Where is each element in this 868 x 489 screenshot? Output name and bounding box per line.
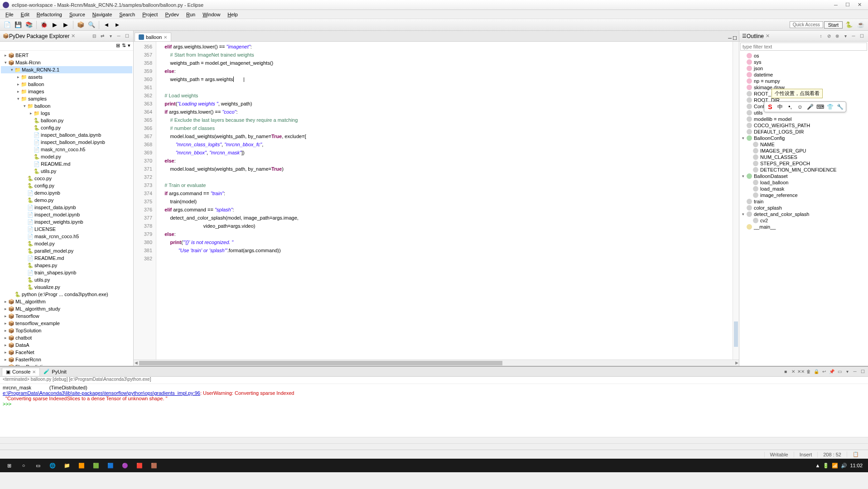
outline-item[interactable]: load_mask: [740, 186, 867, 192]
minimize-button[interactable]: ─: [830, 1, 842, 9]
menu-file[interactable]: File: [2, 11, 17, 18]
open-console-icon[interactable]: ▾: [844, 368, 851, 375]
taskbar-app[interactable]: 🟩: [89, 459, 103, 472]
tree-item[interactable]: ▸📁assets: [1, 73, 132, 81]
taskbar-eclipse[interactable]: 🟣: [118, 459, 132, 472]
tree-item[interactable]: ▾📁Mask_RCNN-2.1: [1, 66, 132, 73]
taskbar-app[interactable]: 🟫: [147, 459, 161, 472]
code-content[interactable]: elif args.weights.lower() == "imagenet":…: [156, 42, 733, 360]
collapse-all-icon[interactable]: ⊟: [91, 33, 98, 40]
start-button[interactable]: Start: [824, 21, 843, 29]
package-explorer-tree[interactable]: ▸📦BERT▾📦Mask-Rcnn▾📁Mask_RCNN-2.1▸📁assets…: [0, 51, 133, 366]
forward-button[interactable]: ►: [113, 20, 122, 29]
menu-window[interactable]: Window: [199, 11, 224, 18]
minimize-view-icon[interactable]: ─: [850, 33, 857, 40]
tree-item[interactable]: 📄README.md: [1, 254, 132, 262]
tree-item[interactable]: 📄inspect_balloon_model.ipynb: [1, 139, 132, 146]
tree-item[interactable]: 🐍balloon.py: [1, 117, 132, 124]
remove-all-icon[interactable]: ✕✕: [797, 368, 805, 375]
run-button[interactable]: ▶: [50, 20, 59, 29]
tree-item[interactable]: ▾📦Mask-Rcnn: [1, 59, 132, 66]
taskbar-app[interactable]: 📁: [60, 459, 74, 472]
tree-item[interactable]: ▾📁samples: [1, 95, 132, 102]
word-wrap-icon[interactable]: ↩: [820, 368, 828, 375]
pin-console-icon[interactable]: 📌: [828, 368, 835, 375]
tree-item[interactable]: 📄inspect_data.ipynb: [1, 204, 132, 211]
menu-refactoring[interactable]: Refactoring: [33, 11, 66, 18]
outline-item[interactable]: STEPS_PER_EPOCH: [740, 160, 867, 167]
tree-item[interactable]: 📄LICENSE: [1, 225, 132, 233]
outline-item[interactable]: NAME: [740, 141, 867, 148]
menu-pydev[interactable]: Pydev: [161, 11, 183, 18]
tree-item[interactable]: 🐍config.py: [1, 124, 132, 131]
close-tab-icon[interactable]: ✕: [32, 369, 36, 374]
tree-item[interactable]: 📄demo.ipynb: [1, 189, 132, 197]
tree-item[interactable]: 📄README.md: [1, 160, 132, 168]
editor-maximize-icon[interactable]: ☐: [733, 35, 737, 41]
ime-skin-icon[interactable]: 👕: [826, 103, 834, 111]
menu-help[interactable]: Help: [224, 11, 241, 18]
tree-item[interactable]: 🐍utils.py: [1, 168, 132, 175]
ime-emoji-icon[interactable]: ☺: [796, 103, 804, 111]
ime-mic-icon[interactable]: 🎤: [806, 103, 814, 111]
taskbar-app[interactable]: 🌐: [45, 459, 60, 472]
outline-item[interactable]: json: [740, 65, 867, 72]
view-menu-icon[interactable]: ▾: [842, 33, 849, 40]
taskbar-app[interactable]: 🟥: [132, 459, 147, 472]
tree-item[interactable]: ▸📦FaceNet: [1, 349, 132, 356]
ime-tool-icon[interactable]: 🔧: [836, 103, 844, 111]
sort-icon[interactable]: ↕: [817, 33, 825, 40]
back-button[interactable]: ◄: [102, 20, 111, 29]
menu-source[interactable]: Source: [66, 11, 89, 18]
terminate-icon[interactable]: ■: [782, 368, 789, 375]
display-selected-icon[interactable]: ▭: [836, 368, 843, 375]
sync-icon[interactable]: ⇅: [122, 43, 126, 49]
start-menu-button[interactable]: ⊞: [2, 459, 16, 472]
tree-item[interactable]: 🐍visualize.py: [1, 283, 132, 291]
tree-item[interactable]: ▸📦FlowPrediction: [1, 363, 132, 366]
tree-item[interactable]: 📄inspect_model.ipynb: [1, 211, 132, 218]
outline-item[interactable]: datetime: [740, 72, 867, 78]
outline-item[interactable]: IMAGES_PER_GPU: [740, 148, 867, 154]
tree-item[interactable]: 🐍model.py: [1, 240, 132, 247]
clear-console-icon[interactable]: 🗑: [805, 368, 812, 375]
cortana-button[interactable]: ○: [16, 459, 31, 472]
menu-run[interactable]: Run: [183, 11, 199, 18]
tree-item[interactable]: 📄inspect_balloon_data.ipynb: [1, 131, 132, 139]
outline-item[interactable]: DETECTION_MIN_CONFIDENCE: [740, 167, 867, 173]
outline-item[interactable]: image_reference: [740, 192, 867, 198]
outline-item[interactable]: load_balloon: [740, 179, 867, 186]
outline-tree[interactable]: ossysjsondatetimenp = numpyskimage.drawR…: [739, 52, 868, 366]
tray-icon[interactable]: ▲: [815, 463, 820, 468]
perspective-pydev-button[interactable]: 🐍: [844, 20, 854, 29]
close-button[interactable]: ✕: [854, 1, 865, 9]
run-last-button[interactable]: ▶: [61, 20, 70, 29]
link-editor-icon[interactable]: ⇄: [99, 33, 106, 40]
outline-item[interactable]: NUM_CLASSES: [740, 154, 867, 160]
overview-ruler[interactable]: [733, 42, 739, 360]
tab-close-icon[interactable]: ✕: [71, 33, 75, 39]
tree-item[interactable]: ▸📦TopSolution: [1, 327, 132, 334]
tree-item[interactable]: 🐍coco.py: [1, 175, 132, 182]
new-module-button[interactable]: 📦: [76, 20, 85, 29]
tree-item[interactable]: 🐍python (e:\Progr ... conda3\python.exe): [1, 291, 132, 298]
taskbar-app[interactable]: 🟧: [74, 459, 89, 472]
ime-mode-icon[interactable]: 中: [776, 103, 784, 111]
tree-item[interactable]: ▸📁logs: [1, 110, 132, 117]
save-button[interactable]: 💾: [14, 20, 23, 29]
console-scrollbar[interactable]: [0, 437, 868, 443]
menu-icon[interactable]: ▾: [128, 43, 130, 49]
tray-icon[interactable]: 🔊: [841, 463, 847, 469]
outline-item[interactable]: train: [740, 198, 867, 205]
new-button[interactable]: 📄: [3, 20, 12, 29]
tray-icon[interactable]: 🔋: [823, 463, 829, 469]
tree-item[interactable]: 🐍parallel_model.py: [1, 247, 132, 254]
close-tab-icon[interactable]: ✕: [164, 35, 167, 40]
tree-item[interactable]: ▾📁balloon: [1, 102, 132, 110]
tree-item[interactable]: 🐍demo.py: [1, 197, 132, 204]
scroll-lock-icon[interactable]: 🔒: [813, 368, 820, 375]
outline-item[interactable]: np = numpy: [740, 78, 867, 84]
tray-clock[interactable]: 11:02: [850, 463, 863, 468]
view-menu-icon[interactable]: ▾: [107, 33, 114, 40]
editor-horizontal-scrollbar[interactable]: ◄ ►: [134, 360, 739, 366]
